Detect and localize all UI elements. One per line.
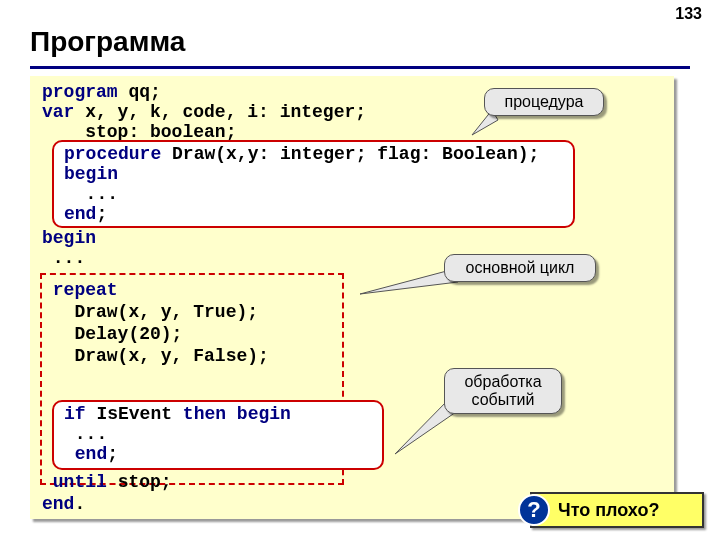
code-l9: Draw(x, y, False);: [42, 346, 269, 366]
code-l3: stop: boolean;: [42, 122, 236, 142]
code-l5: ...: [42, 248, 85, 268]
callout-main-loop: основной цикл: [444, 254, 596, 282]
question-text: Что плохо?: [558, 500, 659, 521]
proc-l1: procedure Draw(x,y: integer; flag: Boole…: [64, 144, 539, 164]
proc-l4: end;: [64, 204, 107, 224]
question-mark-icon: ?: [518, 494, 550, 526]
page-title: Программа: [30, 26, 185, 58]
evt-l3: end;: [64, 444, 118, 464]
code-l1: program qq;: [42, 82, 161, 102]
code-l7: Draw(x, y, True);: [42, 302, 258, 322]
evt-l2: ...: [64, 424, 107, 444]
code-l2: var x, y, k, code, i: integer;: [42, 102, 366, 122]
proc-l2: begin: [64, 164, 118, 184]
evt-l1: if IsEvent then begin: [64, 404, 291, 424]
code-l8: Delay(20);: [42, 324, 182, 344]
callout-events: обработка событий: [444, 368, 562, 414]
code-l6: repeat: [42, 280, 118, 300]
question-badge: ? Что плохо?: [530, 492, 704, 528]
page-number: 133: [675, 5, 702, 23]
proc-l3: ...: [64, 184, 118, 204]
code-l4: begin: [42, 228, 96, 248]
callout-procedure: процедура: [484, 88, 604, 116]
code-l10: until stop;: [42, 472, 172, 492]
title-underline: [30, 66, 690, 69]
code-l11: end.: [42, 494, 85, 514]
